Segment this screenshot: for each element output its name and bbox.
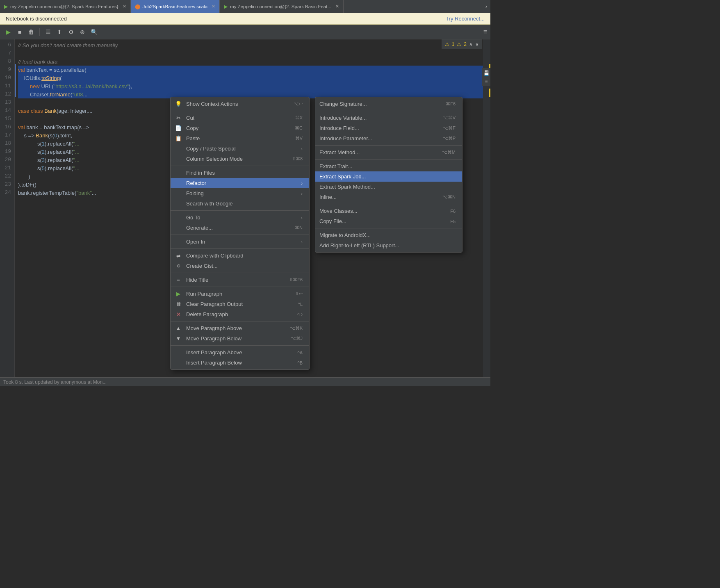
menu-delete-paragraph[interactable]: ✕ Delete Paragraph ^D — [171, 309, 309, 319]
menu-sep-4 — [171, 235, 309, 235]
tab-overflow-button[interactable]: › — [482, 3, 490, 9]
tab-close-1[interactable]: ✕ — [123, 4, 126, 9]
line-numbers: 6 7 8 9 10 11 12 13 14 15 16 17 18 19 20… — [0, 39, 15, 386]
menu-sep-1 — [171, 111, 309, 111]
move-up-button[interactable]: ⬆ — [55, 27, 64, 37]
search-button[interactable]: 🔍 — [89, 27, 99, 37]
menu-sep-9 — [171, 345, 309, 346]
submenu-copy-file[interactable]: Copy File... F5 — [315, 216, 462, 226]
menu-sep-7 — [171, 287, 309, 287]
toolbar: ▶ ■ 🗑 ☰ ⬆ ⚙ ⊛ 🔍 ≡ — [0, 25, 490, 39]
menu-move-above[interactable]: ▲ Move Paragraph Above ⌥⌘K — [171, 323, 309, 333]
menu-show-context-actions[interactable]: 💡 Show Context Actions ⌥↩ — [171, 99, 309, 109]
tab-bar: ▶ my Zeppelin connection@{2. Spark Basic… — [0, 0, 490, 13]
menu-goto[interactable]: Go To › — [171, 212, 309, 223]
right-panel-align-icon[interactable]: ≡ — [483, 78, 490, 84]
delete-paragraph-icon: ✕ — [175, 311, 182, 317]
submenu-extract-method[interactable]: Extract Method... ⌥⌘M — [315, 147, 462, 157]
code-line-7 — [18, 49, 483, 57]
menu-column-selection[interactable]: Column Selection Mode ⇧⌘8 — [171, 154, 309, 164]
submenu-introduce-variable[interactable]: Introduce Variable... ⌥⌘V — [315, 113, 462, 123]
list-button[interactable]: ☰ — [43, 27, 53, 37]
menu-refactor[interactable]: Refactor › — [171, 178, 309, 188]
menu-sep-8 — [171, 321, 309, 321]
menu-copy[interactable]: 📄 Copy ⌘C — [171, 123, 309, 133]
zeppelin-tab-icon-2: ▶ — [224, 4, 228, 9]
delete-button[interactable]: 🗑 — [26, 27, 36, 37]
lightbulb-icon: 💡 — [175, 101, 182, 107]
submenu-sep-4 — [315, 204, 462, 204]
submenu-refactor: Change Signature... ⌘F6 Introduce Variab… — [315, 97, 463, 253]
submenu-inline[interactable]: Inline... ⌥⌘N — [315, 192, 462, 202]
status-bar: Took 8 s. Last updated by anonymous at M… — [0, 377, 490, 386]
submenu-introduce-field[interactable]: Introduce Field... ⌥⌘F — [315, 123, 462, 133]
menu-insert-above[interactable]: Insert Paragraph Above ^A — [171, 347, 309, 358]
code-line-11: new URL("https://s3.a...ial/bank/bank.cs… — [18, 82, 483, 90]
context-menu: 💡 Show Context Actions ⌥↩ ✂ Cut ⌘X 📄 Cop… — [170, 97, 310, 370]
menu-paste[interactable]: 📋 Paste ⌘V — [171, 133, 309, 144]
menu-move-below[interactable]: ▼ Move Paragraph Below ⌥⌘J — [171, 333, 309, 344]
menu-find-in-files[interactable]: Find in Files — [171, 168, 309, 178]
try-reconnect-button[interactable]: Try Reconnect... — [446, 16, 485, 22]
menu-insert-below[interactable]: Insert Paragraph Below ^B — [171, 358, 309, 368]
menu-sep-5 — [171, 248, 309, 249]
selection-indicator — [15, 64, 16, 97]
paste-icon: 📋 — [175, 135, 182, 141]
menu-sep-6 — [171, 273, 309, 273]
menu-generate[interactable]: Generate... ⌘N — [171, 223, 309, 233]
copy-icon: 📄 — [175, 125, 182, 131]
settings-button[interactable]: ⚙ — [66, 27, 76, 37]
toolbar-menu-button[interactable]: ≡ — [483, 28, 487, 36]
menu-create-gist[interactable]: ⊙ Create Gist... — [171, 261, 309, 271]
tab-label-3: my Zeppelin connection@{2. Spark Basic F… — [230, 4, 331, 9]
menu-open-in[interactable]: Open In › — [171, 237, 309, 247]
run-button[interactable]: ▶ — [3, 27, 13, 37]
right-panel: 💾 ≡ — [482, 68, 490, 86]
tab-zeppelin-1[interactable]: ▶ my Zeppelin connection@{2. Spark Basic… — [0, 0, 131, 13]
stop-button[interactable]: ■ — [15, 27, 25, 37]
menu-copy-paste-special[interactable]: Copy / Paste Special › — [171, 144, 309, 154]
submenu-extract-spark-method[interactable]: Extract Spark Method... — [315, 182, 462, 192]
tab-zeppelin-2[interactable]: ▶ my Zeppelin connection@{2. Spark Basic… — [220, 0, 344, 13]
scala-tab-icon: ⬤ — [135, 4, 140, 9]
menu-run-paragraph[interactable]: ▶ Run Paragraph ⇧↩ — [171, 289, 309, 299]
gist-icon: ⊙ — [175, 263, 182, 269]
menu-search-google[interactable]: Search with Google — [171, 198, 309, 209]
submenu-move-classes[interactable]: Move Classes... F6 — [315, 206, 462, 216]
submenu-migrate-androidx[interactable]: Migrate to AndroidX... — [315, 230, 462, 240]
compare-icon: ⇌ — [175, 253, 182, 259]
tab-close-2[interactable]: ✕ — [212, 4, 215, 9]
menu-hide-title[interactable]: ≡ Hide Title ⇧⌘F6 — [171, 275, 309, 285]
menu-sep-2 — [171, 166, 309, 166]
run-paragraph-icon: ▶ — [175, 291, 182, 297]
menu-compare-clipboard[interactable]: ⇌ Compare with Clipboard — [171, 251, 309, 261]
submenu-change-signature[interactable]: Change Signature... ⌘F6 — [315, 99, 462, 109]
zeppelin-tab-icon: ▶ — [4, 4, 8, 9]
menu-cut[interactable]: ✂ Cut ⌘X — [171, 113, 309, 123]
tab-close-3[interactable]: ✕ — [335, 4, 339, 9]
clear-output-icon: 🗑 — [175, 301, 182, 307]
submenu-add-rtl[interactable]: Add Right-to-Left (RTL) Support... — [315, 240, 462, 251]
menu-sep-3 — [171, 210, 309, 211]
tab-label-2: Job2SparkBasicFeatures.scala — [143, 4, 208, 9]
submenu-sep-1 — [315, 111, 462, 111]
move-below-icon: ▼ — [175, 335, 182, 342]
submenu-introduce-parameter[interactable]: Introduce Parameter... ⌥⌘P — [315, 133, 462, 144]
right-gutter — [483, 39, 490, 386]
submenu-sep-3 — [315, 159, 462, 160]
status-message: Took 8 s. Last updated by anonymous at M… — [3, 379, 107, 385]
submenu-sep-5 — [315, 228, 462, 228]
move-above-icon: ▲ — [175, 325, 182, 331]
run-all-button[interactable]: ⊛ — [77, 27, 87, 37]
submenu-extract-spark-job[interactable]: Extract Spark Job... — [315, 171, 462, 182]
code-line-8: // load bank data — [18, 57, 483, 66]
main-area: ⚠ 1 ⚠ 2 ∧ ∨ 6 7 8 9 10 11 12 13 14 15 16… — [0, 39, 490, 386]
submenu-extract-trait[interactable]: Extract Trait... — [315, 161, 462, 171]
hide-title-icon: ≡ — [175, 277, 182, 283]
right-panel-save-icon[interactable]: 💾 — [483, 70, 490, 76]
menu-clear-output[interactable]: 🗑 Clear Paragraph Output ^L — [171, 299, 309, 309]
tab-scala[interactable]: ⬤ Job2SparkBasicFeatures.scala ✕ — [131, 0, 220, 13]
menu-folding[interactable]: Folding › — [171, 188, 309, 198]
cut-icon: ✂ — [175, 115, 182, 121]
toolbar-separator-1 — [39, 28, 40, 36]
